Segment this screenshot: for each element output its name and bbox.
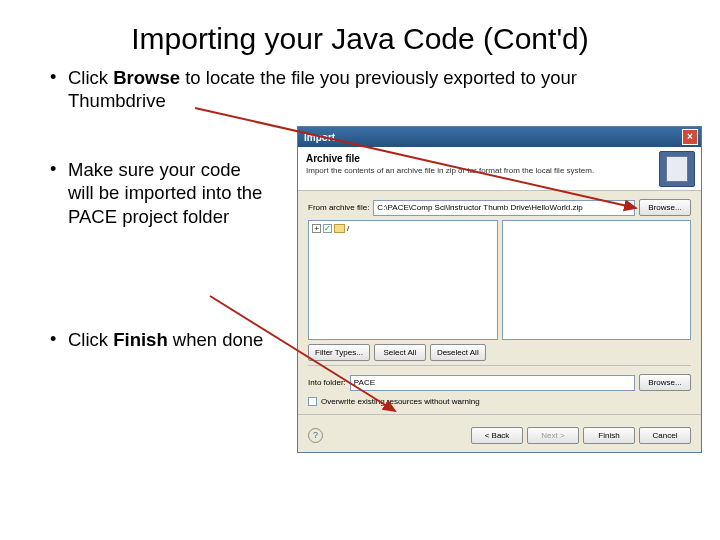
import-dialog: Import × Archive file Import the content… bbox=[297, 126, 702, 453]
slide-title: Importing your Java Code (Cont'd) bbox=[0, 0, 720, 66]
folder-icon bbox=[334, 224, 345, 233]
dialog-header-title: Archive file bbox=[306, 153, 693, 164]
overwrite-checkbox[interactable]: ✓ bbox=[308, 397, 317, 406]
overwrite-label: Overwrite existing resources without war… bbox=[321, 397, 480, 406]
finish-button[interactable]: Finish bbox=[583, 427, 635, 444]
import-icon bbox=[659, 151, 695, 187]
into-folder-input[interactable]: PACE bbox=[350, 375, 635, 391]
checkbox-icon[interactable]: ✓ bbox=[323, 224, 332, 233]
next-button: Next > bbox=[527, 427, 579, 444]
help-icon[interactable]: ? bbox=[308, 428, 323, 443]
tree-root-item[interactable]: + ✓ / bbox=[312, 224, 494, 233]
filter-types-button[interactable]: Filter Types... bbox=[308, 344, 370, 361]
deselect-all-button[interactable]: Deselect All bbox=[430, 344, 486, 361]
dialog-header: Archive file Import the contents of an a… bbox=[298, 147, 701, 191]
expand-icon[interactable]: + bbox=[312, 224, 321, 233]
overwrite-row[interactable]: ✓ Overwrite existing resources without w… bbox=[308, 397, 691, 406]
browse-archive-button[interactable]: Browse... bbox=[639, 199, 691, 216]
tree-root-label: / bbox=[347, 224, 349, 233]
tree-pane-right[interactable] bbox=[502, 220, 692, 340]
titlebar: Import × bbox=[298, 127, 701, 147]
back-button[interactable]: < Back bbox=[471, 427, 523, 444]
window-title: Import bbox=[304, 132, 682, 143]
dialog-header-subtitle: Import the contents of an archive file i… bbox=[306, 166, 626, 175]
close-button[interactable]: × bbox=[682, 129, 698, 145]
select-all-button[interactable]: Select All bbox=[374, 344, 426, 361]
bullet-1: • Click Browse to locate the file you pr… bbox=[50, 66, 720, 112]
into-folder-row: Into folder: PACE Browse... bbox=[308, 374, 691, 391]
from-archive-input[interactable]: C:\PACE\Comp Sci\Instructor Thumb Drive\… bbox=[373, 200, 635, 216]
into-folder-label: Into folder: bbox=[308, 378, 346, 387]
cancel-button[interactable]: Cancel bbox=[639, 427, 691, 444]
tree-pane-left[interactable]: + ✓ / bbox=[308, 220, 498, 340]
from-archive-row: From archive file: C:\PACE\Comp Sci\Inst… bbox=[308, 199, 691, 216]
browse-folder-button[interactable]: Browse... bbox=[639, 374, 691, 391]
from-archive-label: From archive file: bbox=[308, 203, 369, 212]
